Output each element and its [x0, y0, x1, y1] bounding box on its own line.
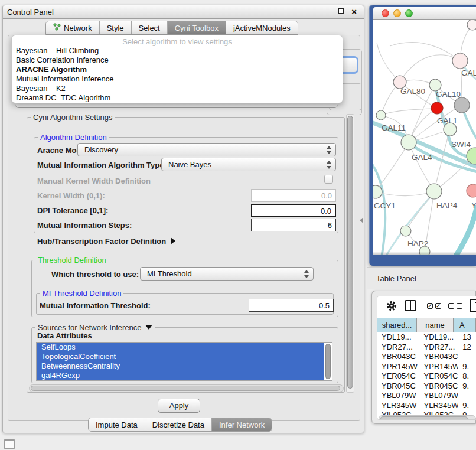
chevron-right-icon [171, 237, 175, 244]
table-row[interactable]: YIL052C YIL052C 9. [377, 410, 476, 415]
tab-select[interactable]: Select [131, 21, 167, 34]
node-gal11[interactable] [376, 110, 386, 120]
column-header-shared-name[interactable]: shared... [377, 318, 417, 332]
table-row[interactable]: YBR045C YBR045C 9. [377, 381, 476, 392]
table-row[interactable]: YBL079W YBL079W [377, 391, 476, 401]
columns-icon[interactable] [405, 300, 416, 311]
sources-legend[interactable]: Sources for Network Inference [35, 323, 155, 332]
label-gal1: GAL1 [437, 116, 458, 125]
data-attributes-label: Data Attributes [37, 331, 92, 340]
network-canvas[interactable]: GAL GAL80 GAL10 GAL1 GAL11 SWI4 GAL4 GCY… [373, 20, 476, 255]
node-salmon[interactable] [467, 184, 476, 197]
control-panel-tabs: Network Style Select Cyni Toolbox jActiv… [45, 21, 298, 35]
list-item-selfloops[interactable]: SelfLoops [37, 343, 324, 352]
label-gal-partial: GAL [461, 69, 476, 77]
settings-scrollbar[interactable] [346, 114, 354, 393]
algorithm-dropdown-hint: Select algorithm to view settings [12, 35, 343, 46]
tab-cyni-toolbox-label: Cyni Toolbox [175, 24, 219, 32]
kernel-width-field[interactable]: 0.0 [251, 189, 336, 202]
algorithm-option-mutual-information[interactable]: Mutual Information Inference [12, 74, 343, 84]
label-gal80: GAL80 [400, 87, 425, 96]
apply-button[interactable]: Apply [158, 399, 200, 413]
list-item-betweennesscentrality[interactable]: BetweennessCentrality [37, 361, 324, 371]
table-hscrollbar[interactable] [379, 415, 476, 420]
tab-jactivemnodules-label: jActiveMNodules [233, 24, 291, 32]
chevron-down-icon [145, 325, 152, 330]
dpi-tolerance-field[interactable]: 0.0 [251, 204, 336, 217]
tab-impute-data[interactable]: Impute Data [89, 418, 145, 431]
which-threshold-select[interactable]: MI Threshold [140, 267, 314, 281]
attributes-scrollbar-thumb[interactable] [325, 344, 331, 379]
mi-steps-field[interactable]: 6 [251, 219, 336, 231]
tab-style[interactable]: Style [99, 21, 131, 34]
control-panel-titlebar: Control Panel × [3, 5, 364, 19]
table-row[interactable]: YLR345W YLR345W 9. [377, 401, 476, 411]
select-all-icon[interactable]: ✓✓ [427, 303, 441, 309]
document-icon[interactable] [470, 299, 476, 312]
table-row[interactable]: YPR145W YPR145W 9. [377, 362, 476, 372]
traffic-light-minimize-icon[interactable] [393, 9, 401, 17]
table-row[interactable]: YBR043C YBR043C [377, 352, 476, 362]
list-item-partial[interactable] [37, 380, 324, 381]
algorithm-option-bayesian-hill-climbing[interactable]: Bayesian – Hill Climbing [12, 46, 343, 56]
algorithm-option-aracne[interactable]: ARACNE Algorithm [12, 65, 343, 74]
algorithm-option-bayesian-k2[interactable]: Bayesian – K2 [12, 84, 343, 93]
tab-cyni-toolbox[interactable]: Cyni Toolbox [167, 21, 226, 34]
tab-style-label: Style [107, 24, 124, 32]
stepper-icon [304, 270, 309, 278]
mi-type-label: Mutual Information Algorithm Type: [37, 161, 167, 169]
column-header-partial[interactable]: A [454, 318, 476, 332]
kernel-width-label: Kernel Width (0,1): [37, 191, 105, 200]
table-row[interactable]: YDL19... YDL19... 13 [377, 332, 476, 343]
window-close-icon[interactable]: × [351, 6, 357, 18]
dpi-tolerance-label: DPI Tolerance [0,1]: [37, 206, 108, 215]
cyni-algorithm-settings-legend: Cyni Algorithm Settings [31, 113, 115, 122]
label-gal11: GAL11 [382, 123, 406, 132]
mi-threshold-field[interactable]: 0.5 [249, 299, 334, 312]
table-row[interactable]: YER054C YER054C 8. [377, 371, 476, 381]
node-hap4[interactable] [426, 184, 442, 199]
algorithm-option-basic-correlation[interactable]: Basic Correlation Inference [12, 56, 343, 65]
window-title: Control Panel [7, 8, 54, 17]
panel-divider-grip[interactable] [360, 217, 363, 223]
traffic-light-zoom-icon[interactable] [405, 9, 413, 17]
attributes-hscrollbar-thumb[interactable] [31, 386, 340, 391]
screen: Control Panel × Network [0, 0, 476, 450]
table-hscrollbar-thumb[interactable] [380, 416, 468, 420]
control-panel-window: Control Panel × Network [2, 5, 364, 433]
node-gal-partial[interactable] [452, 53, 468, 69]
tab-infer-network[interactable]: Infer Network [211, 418, 272, 431]
settings-scrollbar-thumb[interactable] [347, 116, 353, 389]
window-float-icon[interactable] [338, 8, 344, 14]
which-threshold-value: MI Threshold [147, 269, 192, 278]
algorithm-option-dream8[interactable]: Dream8 DC_TDC Algorithm [12, 93, 343, 103]
deselect-all-icon[interactable] [448, 303, 462, 309]
node-gal4[interactable] [401, 135, 416, 150]
table-row[interactable]: YDR27... YDR27... 12 [377, 343, 476, 353]
mi-steps-label: Mutual Information Steps: [37, 221, 132, 230]
hub-definition-toggle[interactable]: Hub/Transcription Factor Definition [37, 237, 175, 246]
list-item-gal4rgexp[interactable]: gal4RGexp [37, 371, 324, 380]
traffic-light-close-icon[interactable] [382, 9, 389, 17]
list-item-topologicalcoefficient[interactable]: TopologicalCoefficient [37, 352, 324, 361]
column-header-name[interactable]: name [417, 318, 454, 332]
tab-jactivemnodules[interactable]: jActiveMNodules [226, 21, 298, 34]
manual-kernel-label: Manual Kernel Width Definition [37, 177, 151, 185]
tab-network[interactable]: Network [46, 21, 99, 34]
tab-select-label: Select [139, 24, 160, 32]
manual-kernel-checkbox[interactable] [324, 175, 333, 184]
threshold-definition-legend: Threshold Definition [35, 256, 109, 265]
label-hap2: HAP2 [407, 239, 428, 248]
tab-discretize-data[interactable]: Discretize Data [145, 418, 211, 431]
floating-palette-icon[interactable] [4, 439, 15, 449]
gear-icon[interactable] [386, 300, 397, 314]
node-hap2[interactable] [400, 226, 411, 236]
node-top-partial[interactable] [467, 20, 476, 30]
node-gal10[interactable] [429, 79, 441, 91]
node-gray[interactable] [454, 97, 470, 113]
mi-type-select[interactable]: Naive Bayes [161, 158, 336, 171]
tab-network-label: Network [64, 24, 92, 32]
attributes-hscrollbar[interactable] [29, 384, 344, 392]
aracne-mode-select[interactable]: Discovery [77, 143, 336, 156]
node-red[interactable] [431, 102, 443, 114]
